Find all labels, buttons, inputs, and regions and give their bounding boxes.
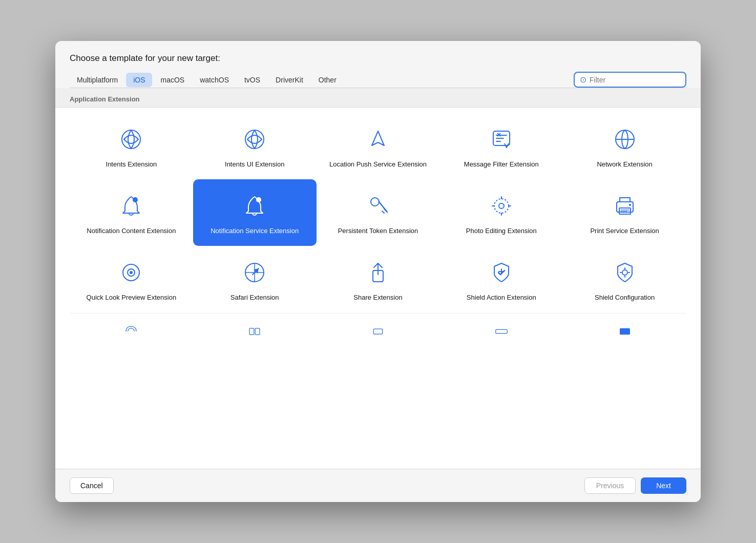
svg-point-7 <box>256 197 261 202</box>
tabs-row: Multiplatform iOS macOS watchOS tvOS Dri… <box>70 72 686 88</box>
dialog-header: Choose a template for your new target: M… <box>55 41 701 88</box>
grid-item-intents-ext[interactable]: Intents Extension <box>70 113 193 179</box>
tab-watchos[interactable]: watchOS <box>193 73 236 87</box>
svg-point-9 <box>494 199 509 213</box>
section-label: Application Extension <box>55 88 701 108</box>
shield-action-ext-label: Shield Action Extension <box>467 293 536 302</box>
grid-item-notification-service-ext[interactable]: Notification Service Extension <box>193 179 317 246</box>
share-ext-label: Share Extension <box>353 293 402 302</box>
items-grid: Intents Extension Intents UI Extension <box>70 113 686 313</box>
partial-item-4 <box>439 324 563 344</box>
cancel-button[interactable]: Cancel <box>70 477 114 494</box>
shield-action-ext-icon <box>487 258 516 287</box>
persistent-token-ext-icon <box>364 192 392 220</box>
quick-look-ext-icon <box>117 258 145 287</box>
dialog-title: Choose a template for your new target: <box>70 53 686 64</box>
svg-rect-27 <box>249 328 254 335</box>
intents-ui-ext-label: Intents UI Extension <box>225 160 284 169</box>
quick-look-ext-label: Quick Look Preview Extension <box>87 293 177 302</box>
svg-rect-16 <box>619 208 631 214</box>
previous-button[interactable]: Previous <box>584 477 636 494</box>
tab-tvos[interactable]: tvOS <box>237 73 267 87</box>
partial-row <box>70 313 686 344</box>
safari-ext-icon <box>240 258 269 287</box>
grid-item-intents-ui-ext[interactable]: Intents UI Extension <box>193 113 317 179</box>
grid-item-network-ext[interactable]: Network Extension <box>563 113 686 179</box>
network-ext-icon <box>611 125 639 154</box>
location-push-ext-label: Location Push Service Extension <box>329 160 427 169</box>
shield-config-label: Shield Configuration <box>595 293 655 302</box>
notification-content-ext-label: Notification Content Extension <box>87 226 176 236</box>
print-service-ext-icon <box>611 192 639 220</box>
svg-rect-30 <box>496 329 508 333</box>
grid-item-photo-editing-ext[interactable]: Photo Editing Extension <box>439 179 563 246</box>
bottom-row: Cancel Previous Next <box>55 469 701 502</box>
grid-area: Intents Extension Intents UI Extension <box>55 108 701 469</box>
filter-box: ⊙ <box>574 72 686 88</box>
nav-buttons: Previous Next <box>584 477 686 494</box>
partial-item-1 <box>70 324 193 344</box>
svg-rect-28 <box>255 328 260 335</box>
svg-point-10 <box>499 203 504 208</box>
tab-macos[interactable]: macOS <box>153 73 192 87</box>
network-ext-label: Network Extension <box>597 160 652 169</box>
tab-other[interactable]: Other <box>311 73 344 87</box>
svg-point-0 <box>122 130 140 149</box>
grid-item-message-filter-ext[interactable]: Message Filter Extension <box>439 113 563 179</box>
svg-point-6 <box>133 197 138 202</box>
filter-icon: ⊙ <box>580 75 586 85</box>
notification-content-ext-icon <box>117 192 145 220</box>
grid-item-shield-config[interactable]: Shield Configuration <box>563 246 686 312</box>
notification-service-ext-icon <box>240 192 269 220</box>
grid-item-quick-look-ext[interactable]: Quick Look Preview Extension <box>70 246 193 312</box>
next-button[interactable]: Next <box>641 477 686 494</box>
print-service-ext-label: Print Service Extension <box>590 226 659 236</box>
photo-editing-ext-label: Photo Editing Extension <box>466 226 537 236</box>
intents-ui-ext-icon <box>240 125 269 154</box>
grid-item-persistent-token-ext[interactable]: Persistent Token Extension <box>317 179 440 246</box>
message-filter-ext-icon <box>487 125 516 154</box>
photo-editing-ext-icon <box>487 192 516 220</box>
intents-ext-label: Intents Extension <box>106 160 157 169</box>
svg-rect-31 <box>620 328 630 335</box>
shield-config-icon <box>611 258 639 287</box>
grid-item-location-push-ext[interactable]: Location Push Service Extension <box>317 113 440 179</box>
partial-item-5 <box>563 324 686 344</box>
intents-ext-icon <box>117 125 145 154</box>
svg-point-19 <box>629 204 631 206</box>
svg-point-26 <box>622 270 627 275</box>
message-filter-ext-label: Message Filter Extension <box>464 160 539 169</box>
filter-input[interactable] <box>590 76 680 84</box>
svg-point-22 <box>130 271 133 274</box>
template-dialog: Choose a template for your new target: M… <box>55 41 701 502</box>
svg-point-1 <box>245 130 264 149</box>
grid-item-print-service-ext[interactable]: Print Service Extension <box>563 179 686 246</box>
partial-item-2 <box>193 324 317 344</box>
tab-multiplatform[interactable]: Multiplatform <box>70 73 125 87</box>
safari-ext-label: Safari Extension <box>230 293 279 302</box>
svg-point-8 <box>371 198 379 206</box>
location-push-ext-icon <box>364 125 392 154</box>
grid-item-shield-action-ext[interactable]: Shield Action Extension <box>439 246 563 312</box>
tab-ios[interactable]: iOS <box>126 73 152 87</box>
tab-list: Multiplatform iOS macOS watchOS tvOS Dri… <box>70 73 574 87</box>
notification-service-ext-label: Notification Service Extension <box>211 226 299 236</box>
svg-rect-29 <box>373 329 383 334</box>
grid-item-notification-content-ext[interactable]: Notification Content Extension <box>70 179 193 246</box>
share-ext-icon <box>364 258 392 287</box>
grid-item-share-ext[interactable]: Share Extension <box>317 246 440 312</box>
tab-driverkit[interactable]: DriverKit <box>268 73 310 87</box>
grid-item-safari-ext[interactable]: Safari Extension <box>193 246 317 312</box>
partial-item-3 <box>317 324 440 344</box>
persistent-token-ext-label: Persistent Token Extension <box>338 226 418 236</box>
